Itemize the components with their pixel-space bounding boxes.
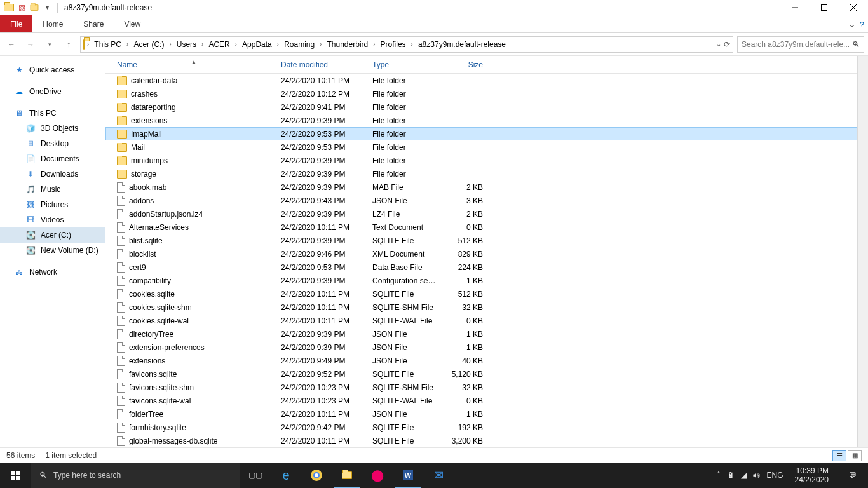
sidebar-item[interactable]: 🎵Music: [0, 182, 105, 197]
taskbar-thunderbird[interactable]: ✉: [423, 463, 454, 488]
table-row[interactable]: extensions24/2/2020 9:39 PMFile folder: [105, 114, 857, 127]
help-icon[interactable]: ?: [860, 20, 864, 29]
breadcrumb-item[interactable]: Thunderbird: [325, 39, 371, 50]
col-date[interactable]: Date modified: [276, 60, 367, 69]
breadcrumb-item[interactable]: Profiles: [378, 39, 409, 50]
tab-view[interactable]: View: [114, 15, 151, 32]
table-row[interactable]: formhistory.sqlite24/2/2020 9:42 PMSQLIT…: [105, 421, 857, 434]
table-row[interactable]: favicons.sqlite-wal24/2/2020 10:23 PMSQL…: [105, 394, 857, 407]
table-row[interactable]: datareporting24/2/2020 9:41 PMFile folde…: [105, 100, 857, 114]
sidebar-this-pc[interactable]: 🖥 This PC: [0, 105, 105, 121]
table-row[interactable]: favicons.sqlite-shm24/2/2020 10:23 PMSQL…: [105, 381, 857, 394]
table-row[interactable]: extension-preferences24/2/2020 9:39 PMJS…: [105, 341, 857, 354]
qat-properties-icon[interactable]: ▧: [15, 1, 28, 14]
table-row[interactable]: ImapMail24/2/2020 9:53 PMFile folder: [105, 127, 857, 140]
table-row[interactable]: folderTree24/2/2020 10:11 PMJSON File1 K…: [105, 407, 857, 421]
table-row[interactable]: directoryTree24/2/2020 9:39 PMJSON File1…: [105, 327, 857, 341]
breadcrumb-sep[interactable]: ›: [234, 41, 238, 48]
table-row[interactable]: favicons.sqlite24/2/2020 9:52 PMSQLITE F…: [105, 367, 857, 381]
table-row[interactable]: Mail24/2/2020 9:53 PMFile folder: [105, 140, 857, 154]
breadcrumb-item[interactable]: Roaming: [281, 39, 317, 50]
table-row[interactable]: cookies.sqlite-wal24/2/2020 10:11 PMSQLI…: [105, 314, 857, 327]
sidebar-network[interactable]: 🖧 Network: [0, 264, 105, 280]
view-details-button[interactable]: ☰: [832, 450, 846, 461]
table-row[interactable]: addonStartup.json.lz424/2/2020 9:39 PMLZ…: [105, 207, 857, 220]
tab-share[interactable]: Share: [73, 15, 114, 32]
sidebar-item[interactable]: 🎞Videos: [0, 212, 105, 227]
address-bar[interactable]: › This PC›Acer (C:)›Users›ACER›AppData›R…: [80, 36, 733, 53]
breadcrumb-sep[interactable]: ›: [372, 41, 376, 48]
search-icon[interactable]: 🔍︎: [852, 40, 860, 49]
search-input[interactable]: Search a8z37y9m.default-rele... 🔍︎: [737, 36, 864, 53]
breadcrumb-item[interactable]: ACER: [206, 39, 232, 50]
sidebar-item[interactable]: ⬇Downloads: [0, 166, 105, 182]
table-row[interactable]: global-messages-db.sqlite24/2/2020 10:11…: [105, 434, 857, 447]
table-row[interactable]: cookies.sqlite24/2/2020 10:11 PMSQLITE F…: [105, 287, 857, 301]
tab-home[interactable]: Home: [32, 15, 73, 32]
nav-up-button[interactable]: ↑: [61, 37, 76, 52]
tab-file[interactable]: File: [0, 15, 32, 32]
sidebar-item[interactable]: 💽Acer (C:): [0, 227, 105, 243]
breadcrumb-sep[interactable]: ›: [125, 41, 130, 48]
taskbar-app-1[interactable]: ⬤: [362, 463, 393, 488]
table-row[interactable]: minidumps24/2/2020 9:39 PMFile folder: [105, 154, 857, 167]
vertical-scrollbar[interactable]: [857, 56, 868, 447]
taskbar-clock[interactable]: 10:39 PM 24/2/2020: [790, 466, 834, 485]
sidebar-onedrive[interactable]: ☁ OneDrive: [0, 84, 105, 99]
taskbar-explorer[interactable]: [332, 463, 362, 488]
refresh-icon[interactable]: ⟳: [724, 40, 730, 49]
table-row[interactable]: blocklist24/2/2020 9:46 PMXML Document82…: [105, 247, 857, 261]
start-button[interactable]: [0, 463, 31, 488]
notifications-button[interactable]: 💬︎: [840, 463, 865, 488]
breadcrumb-item[interactable]: AppData: [240, 39, 275, 50]
language-indicator[interactable]: ENG: [767, 471, 783, 480]
sidebar-item[interactable]: 📄Documents: [0, 151, 105, 166]
breadcrumb-sep[interactable]: ›: [410, 41, 414, 48]
volume-icon[interactable]: 🔊︎: [753, 471, 761, 480]
table-row[interactable]: blist.sqlite24/2/2020 9:39 PMSQLITE File…: [105, 234, 857, 247]
breadcrumb-item[interactable]: This PC: [92, 39, 124, 50]
sidebar-item[interactable]: 🖥Desktop: [0, 136, 105, 151]
table-row[interactable]: crashes24/2/2020 10:12 PMFile folder: [105, 87, 857, 100]
taskbar-edge[interactable]: e: [271, 463, 301, 488]
task-view-button[interactable]: ▢▢: [240, 463, 271, 488]
table-row[interactable]: calendar-data24/2/2020 10:11 PMFile fold…: [105, 74, 857, 87]
sidebar-item[interactable]: 💽New Volume (D:): [0, 243, 105, 258]
qat-dropdown-icon[interactable]: ▾: [41, 1, 53, 14]
table-row[interactable]: cert924/2/2020 9:53 PMData Base File224 …: [105, 261, 857, 274]
col-name[interactable]: Name▲: [112, 60, 276, 69]
sidebar-item[interactable]: 🧊3D Objects: [0, 121, 105, 136]
breadcrumb-sep[interactable]: ›: [86, 41, 90, 48]
taskbar-chrome[interactable]: [301, 463, 332, 488]
breadcrumb-item[interactable]: Users: [174, 39, 199, 50]
sidebar-item[interactable]: 🖼Pictures: [0, 197, 105, 212]
close-button[interactable]: [839, 0, 868, 15]
breadcrumb-item[interactable]: a8z37y9m.default-release: [416, 39, 508, 50]
nav-forward-button[interactable]: →: [23, 37, 38, 52]
table-row[interactable]: AlternateServices24/2/2020 10:11 PMText …: [105, 220, 857, 234]
taskbar-word[interactable]: W: [393, 463, 423, 488]
table-row[interactable]: extensions24/2/2020 9:49 PMJSON File40 K…: [105, 354, 857, 367]
table-row[interactable]: addons24/2/2020 9:43 PMJSON File3 KB: [105, 194, 857, 207]
table-row[interactable]: storage24/2/2020 9:39 PMFile folder: [105, 167, 857, 180]
minimize-button[interactable]: [780, 0, 810, 15]
table-row[interactable]: cookies.sqlite-shm24/2/2020 10:11 PMSQLI…: [105, 301, 857, 314]
nav-back-button[interactable]: ←: [4, 37, 19, 52]
address-dropdown-icon[interactable]: ⌄: [716, 41, 721, 48]
tray-overflow-icon[interactable]: ˄: [717, 471, 721, 480]
breadcrumb-item[interactable]: Acer (C:): [131, 39, 166, 50]
taskbar-search[interactable]: 🔍︎ Type here to search: [31, 463, 240, 488]
battery-icon[interactable]: 🔋︎: [727, 471, 735, 480]
breadcrumb-sep[interactable]: ›: [276, 41, 280, 48]
table-row[interactable]: compatibility24/2/2020 9:39 PMConfigurat…: [105, 274, 857, 287]
nav-recent-dropdown[interactable]: ▾: [42, 37, 57, 52]
maximize-button[interactable]: [810, 0, 839, 15]
sidebar-quick-access[interactable]: ★ Quick access: [0, 62, 105, 78]
col-type[interactable]: Type: [367, 60, 442, 69]
col-size[interactable]: Size: [442, 60, 488, 69]
qat-newfolder-icon[interactable]: [28, 1, 41, 14]
view-thumbnails-button[interactable]: ▦: [848, 450, 862, 461]
breadcrumb-sep[interactable]: ›: [168, 41, 172, 48]
breadcrumb-sep[interactable]: ›: [318, 41, 323, 48]
wifi-icon[interactable]: ◢: [741, 471, 747, 480]
